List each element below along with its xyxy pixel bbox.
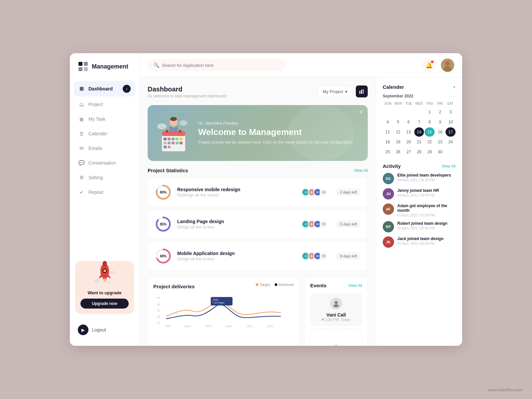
dashboard-label: Dashboard: [88, 86, 119, 91]
sidebar-item-setting[interactable]: ⚙ Setting: [74, 171, 135, 184]
calendar-day[interactable]: 12: [393, 127, 403, 137]
svg-rect-17: [359, 91, 360, 94]
emails-icon: ✉: [78, 145, 84, 151]
calendar-day[interactable]: 3: [446, 107, 456, 117]
calendar-day[interactable]: 2: [435, 107, 445, 117]
main-content: 🔍 🔔 Da: [140, 53, 462, 346]
calendar-day-header: FRI: [435, 102, 445, 105]
calendar-next-button[interactable]: ›: [454, 94, 456, 98]
calendar-day[interactable]: 27: [404, 147, 414, 157]
chart-view-button[interactable]: [356, 85, 368, 97]
events-view-all[interactable]: View All: [348, 283, 362, 288]
activity-time: 01 April, 2021 | 03:00 PM: [397, 242, 456, 245]
setting-label: Setting: [88, 175, 131, 180]
calendar-day[interactable]: 20: [404, 137, 414, 147]
activity-info: Adam got employee of the month 03 April,…: [397, 203, 456, 217]
calendar-day[interactable]: 19: [393, 137, 403, 147]
calendar-day[interactable]: 15: [425, 127, 435, 137]
calendar-toggle-icon[interactable]: ▾: [453, 84, 456, 89]
calendar-day: [393, 107, 403, 117]
stat-desc: Redesign all the screen: [177, 193, 296, 198]
events-card: Events View All Vani Call 2:30 PM, Today: [305, 277, 368, 346]
sidebar-item-repost[interactable]: ✔ Repost: [74, 186, 135, 199]
search-bar[interactable]: 🔍: [148, 59, 286, 71]
banner-close-button[interactable]: ✕: [359, 109, 363, 115]
calendar-day[interactable]: 22: [425, 137, 435, 147]
dashboard-arrow: ›: [123, 85, 131, 93]
activity-item: AF Adam got employee of the month 03 Apr…: [383, 203, 456, 217]
svg-point-63: [334, 301, 338, 304]
events-title: Events: [310, 283, 327, 288]
calendar-day[interactable]: 7: [414, 117, 424, 127]
activity-item: EK Ellie joined team developers 04 April…: [383, 173, 456, 184]
calendar-day[interactable]: 6: [404, 117, 414, 127]
calendar-day[interactable]: 25: [383, 147, 393, 157]
body-area: Dashboard Hi, welcome to task management…: [140, 77, 462, 346]
calendar-month-row: September 2022 ‹ ›: [383, 94, 456, 98]
days-badge: 8 days left: [336, 252, 361, 260]
calendar-day[interactable]: 8: [425, 117, 435, 127]
stats-view-all[interactable]: View All: [354, 168, 368, 173]
logo-icon: [78, 61, 88, 72]
project-label: Project: [88, 102, 131, 107]
activity-avatar: JK: [383, 236, 394, 248]
activity-view-all[interactable]: View All: [442, 164, 456, 169]
project-selector[interactable]: My Project ▾: [318, 86, 352, 97]
calendar-day[interactable]: 30: [435, 147, 445, 157]
calendar-day[interactable]: 14: [414, 127, 424, 137]
calendar-day[interactable]: 13: [404, 127, 414, 137]
app-name: Management: [92, 63, 128, 70]
logout-item[interactable]: ▶ Logout: [70, 321, 139, 339]
svg-text:2017: 2017: [165, 325, 172, 328]
events-header: Events View All: [310, 283, 362, 288]
activity-info: Jack joined team design 01 April, 2021 |…: [397, 236, 456, 245]
sidebar-nav: ⊞ Dashboard › 🗂 Project ▦ My Task 🗓 Cale…: [70, 81, 139, 261]
upgrade-button[interactable]: Upgrade now: [80, 299, 129, 309]
more-badge: +5: [320, 220, 328, 228]
calendar-day[interactable]: 10: [446, 117, 456, 127]
stat-desc: Design all the screen: [177, 225, 296, 229]
calendar-day[interactable]: 1: [425, 107, 435, 117]
svg-text:20: 20: [157, 315, 160, 318]
sidebar-item-project[interactable]: 🗂 Project: [74, 98, 135, 111]
calendar-grid: 1234567891011121314151617181920212223242…: [383, 107, 456, 157]
sidebar-item-emails[interactable]: ✉ Emails: [74, 142, 135, 155]
upgrade-text: Want to upgrade: [80, 290, 129, 295]
add-event-button[interactable]: +: [310, 329, 362, 346]
repost-label: Repost: [88, 190, 131, 195]
calendar-day[interactable]: 26: [393, 147, 403, 157]
activity-text: Jack joined team design: [397, 236, 456, 241]
calendar-day[interactable]: 29: [425, 147, 435, 157]
calendar-day[interactable]: 11: [383, 127, 393, 137]
calendar-day-header: MON: [393, 102, 403, 105]
calendar-prev-button[interactable]: ‹: [451, 94, 452, 98]
calendar-title: Calender: [383, 84, 404, 90]
rocket-illustration: [90, 258, 120, 288]
sidebar-item-mytask[interactable]: ▦ My Task: [74, 112, 135, 126]
calendar-day[interactable]: 9: [435, 117, 445, 127]
calendar-day[interactable]: 23: [435, 137, 445, 147]
calendar-day[interactable]: 4: [383, 117, 393, 127]
calendar-day-header: SAT: [445, 102, 456, 105]
user-avatar[interactable]: [441, 59, 454, 72]
sidebar-item-dashboard[interactable]: ⊞ Dashboard ›: [74, 81, 135, 96]
calendar-day[interactable]: 28: [414, 147, 424, 157]
sidebar-item-calender[interactable]: 🗓 Calender: [74, 127, 135, 140]
svg-text:40: 40: [157, 303, 160, 306]
calendar-day[interactable]: 5: [393, 117, 403, 127]
calendar-day[interactable]: 16: [435, 127, 445, 137]
calendar-day[interactable]: 18: [383, 137, 393, 147]
calendar-day[interactable]: 17: [446, 127, 456, 137]
svg-point-4: [93, 279, 100, 283]
calendar-day[interactable]: 24: [446, 137, 456, 147]
stat-avatars: JAR +8: [302, 252, 328, 260]
svg-rect-23: [162, 131, 185, 136]
sidebar-item-conversation[interactable]: 💬 Conversation: [74, 156, 135, 170]
notification-bell[interactable]: 🔔: [422, 59, 436, 72]
search-input[interactable]: [162, 63, 280, 68]
emails-label: Emails: [88, 146, 131, 151]
dashboard-icon: ⊞: [78, 86, 84, 92]
days-badge: 2 days left: [336, 189, 361, 196]
svg-rect-30: [180, 138, 183, 140]
calendar-day[interactable]: 21: [414, 137, 424, 147]
